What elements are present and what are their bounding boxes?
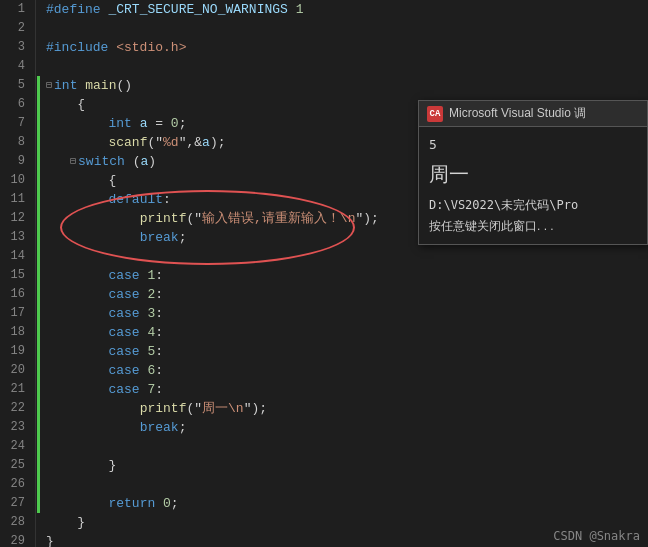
attribution: CSDN @Snakra (553, 529, 640, 543)
line-number-13: 13 (0, 228, 29, 247)
popup-line3: D:\VS2022\未完代码\Pro (429, 196, 637, 215)
code-line-3: #include <stdio.h> (46, 38, 648, 57)
line-number-29: 29 (0, 532, 29, 547)
line-number-1: 1 (0, 0, 29, 19)
line-number-25: 25 (0, 456, 29, 475)
code-line-20: case 6: (46, 361, 648, 380)
line-number-7: 7 (0, 114, 29, 133)
green-indicator-bar (37, 76, 40, 513)
line-number-11: 11 (0, 190, 29, 209)
popup-line1: 5 (429, 135, 637, 156)
code-area: #define _CRT_SECURE_NO_WARNINGS 1#includ… (36, 0, 648, 547)
code-line-2 (46, 19, 648, 38)
code-line-22: printf("周一\n"); (46, 399, 648, 418)
code-line-26 (46, 475, 648, 494)
line-number-8: 8 (0, 133, 29, 152)
line-number-28: 28 (0, 513, 29, 532)
line-number-16: 16 (0, 285, 29, 304)
code-line-27: return 0; (46, 494, 648, 513)
line-number-10: 10 (0, 171, 29, 190)
line-number-26: 26 (0, 475, 29, 494)
code-line-5: ⊟int main() (46, 76, 648, 95)
line-number-5: 5 (0, 76, 29, 95)
line-number-27: 27 (0, 494, 29, 513)
code-line-15: case 1: (46, 266, 648, 285)
line-number-9: 9 (0, 152, 29, 171)
popup-window: CA Microsoft Visual Studio 调 5 周一 D:\VS2… (418, 100, 648, 245)
popup-content: 5 周一 D:\VS2022\未完代码\Pro 按任意键关闭此窗口. . . (419, 127, 647, 244)
line-numbers: 1234567891011121314151617181920212223242… (0, 0, 36, 547)
line-number-22: 22 (0, 399, 29, 418)
popup-titlebar: CA Microsoft Visual Studio 调 (419, 101, 647, 127)
line-number-4: 4 (0, 57, 29, 76)
line-number-15: 15 (0, 266, 29, 285)
code-line-4 (46, 57, 648, 76)
line-number-20: 20 (0, 361, 29, 380)
line-number-21: 21 (0, 380, 29, 399)
line-number-3: 3 (0, 38, 29, 57)
code-line-23: break; (46, 418, 648, 437)
popup-line4: 按任意键关闭此窗口. . . (429, 217, 637, 236)
vs-icon: CA (427, 106, 443, 122)
line-number-14: 14 (0, 247, 29, 266)
popup-title: Microsoft Visual Studio 调 (449, 105, 586, 122)
line-number-6: 6 (0, 95, 29, 114)
code-line-25: } (46, 456, 648, 475)
line-number-17: 17 (0, 304, 29, 323)
line-number-12: 12 (0, 209, 29, 228)
line-number-19: 19 (0, 342, 29, 361)
popup-line2: 周一 (429, 158, 637, 190)
code-line-21: case 7: (46, 380, 648, 399)
line-number-24: 24 (0, 437, 29, 456)
code-line-1: #define _CRT_SECURE_NO_WARNINGS 1 (46, 0, 648, 19)
code-line-19: case 5: (46, 342, 648, 361)
line-number-23: 23 (0, 418, 29, 437)
code-line-14 (46, 247, 648, 266)
line-number-18: 18 (0, 323, 29, 342)
code-line-16: case 2: (46, 285, 648, 304)
code-line-18: case 4: (46, 323, 648, 342)
code-line-17: case 3: (46, 304, 648, 323)
code-line-24 (46, 437, 648, 456)
line-number-2: 2 (0, 19, 29, 38)
editor-container: 1234567891011121314151617181920212223242… (0, 0, 648, 547)
